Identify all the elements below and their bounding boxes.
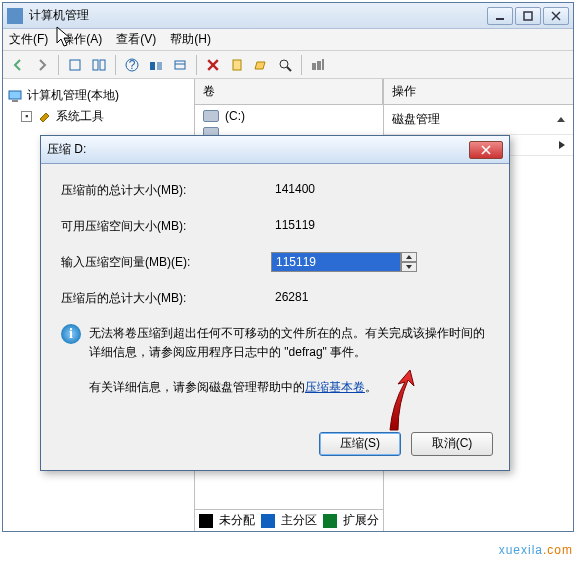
wm-a: xuexila [499,543,543,557]
minimize-button[interactable] [487,7,513,25]
tb-btn-4[interactable] [145,54,167,76]
svg-rect-11 [175,61,185,69]
window-buttons [487,7,569,25]
label-total-before: 压缩前的总计大小(MB): [61,182,271,199]
value-total-before: 141400 [271,180,401,200]
tb-btn-1[interactable] [64,54,86,76]
volume-row-c[interactable]: (C:) [195,107,383,125]
info-row-2: 有关详细信息，请参阅磁盘管理帮助中的压缩基本卷。 [89,378,489,397]
legend-ext-swatch [323,514,337,528]
row-shrink-amount: 输入压缩空间量(MB)(E): 115119 [61,252,489,272]
app-icon [7,8,23,24]
dialog-close-button[interactable] [469,141,503,159]
actions-header: 操作 [384,79,573,105]
dialog-title: 压缩 D: [47,141,469,158]
watermark: xuexila.com [499,538,573,559]
svg-rect-22 [12,100,18,102]
tb-btn-8[interactable] [250,54,272,76]
label-total-after: 压缩后的总计大小(MB): [61,290,271,307]
row-available: 可用压缩空间大小(MB): 115119 [61,216,489,236]
collapse-icon[interactable]: ▪ [21,111,32,122]
spinner-up-button[interactable] [401,252,417,262]
vol-header-label[interactable]: 卷 [195,79,383,104]
info-text-1: 无法将卷压缩到超出任何不可移动的文件所在的点。有关完成该操作时间的详细信息，请参… [89,324,489,362]
nav-fwd-button[interactable] [31,54,53,76]
svg-rect-19 [317,61,321,70]
toolbar: ? [3,51,573,79]
row-total-after: 压缩后的总计大小(MB): 26281 [61,288,489,308]
tree-root-label: 计算机管理(本地) [27,87,119,104]
tree-root[interactable]: 计算机管理(本地) [7,85,190,106]
menu-action[interactable]: 操作(A) [62,31,102,48]
row-total-before: 压缩前的总计大小(MB): 141400 [61,180,489,200]
shrink-dialog: 压缩 D: 压缩前的总计大小(MB): 141400 可用压缩空间大小(MB):… [40,135,510,471]
menu-help[interactable]: 帮助(H) [170,31,211,48]
actions-diskmgmt[interactable]: 磁盘管理 [384,105,573,135]
chevron-up-icon [557,117,565,122]
tb-btn-5[interactable] [169,54,191,76]
svg-rect-6 [100,60,105,70]
value-available: 115119 [271,216,401,236]
dialog-body: 压缩前的总计大小(MB): 141400 可用压缩空间大小(MB): 11511… [41,164,509,424]
svg-rect-1 [524,12,532,20]
svg-rect-18 [312,63,316,70]
tree-systools-label: 系统工具 [56,108,104,125]
label-available: 可用压缩空间大小(MB): [61,218,271,235]
spinner-down-button[interactable] [401,262,417,272]
svg-rect-5 [93,60,98,70]
info2-suffix: 。 [365,380,377,394]
window-title: 计算机管理 [29,7,487,24]
info-icon: i [61,324,81,344]
svg-rect-4 [70,60,80,70]
dialog-buttons: 压缩(S) 取消(C) [41,424,509,470]
legend-unalloc-label: 未分配 [219,512,255,529]
wm-b: .com [543,543,573,557]
tb-delete-button[interactable] [202,54,224,76]
titlebar: 计算机管理 [3,3,573,29]
info-text-2: 有关详细信息，请参阅磁盘管理帮助中的压缩基本卷。 [89,378,489,397]
legend-ext-label: 扩展分 [343,512,379,529]
volume-list-header: 卷 [195,79,383,105]
svg-text:?: ? [129,58,136,72]
shrink-button[interactable]: 压缩(S) [319,432,401,456]
wrench-icon [36,109,52,125]
legend-bar: 未分配 主分区 扩展分 [195,509,383,531]
nav-back-button[interactable] [7,54,29,76]
help-link[interactable]: 压缩基本卷 [305,380,365,394]
legend-primary-label: 主分区 [281,512,317,529]
cancel-button[interactable]: 取消(C) [411,432,493,456]
svg-point-16 [280,60,288,68]
computer-icon [7,88,23,104]
tb-btn-2[interactable] [88,54,110,76]
svg-rect-10 [157,62,162,70]
tree-systools[interactable]: ▪ 系统工具 [7,106,190,127]
tb-props-button[interactable] [226,54,248,76]
menu-view[interactable]: 查看(V) [116,31,156,48]
tb-search-button[interactable] [274,54,296,76]
svg-line-17 [287,67,291,71]
tb-btn-10[interactable] [307,54,329,76]
legend-primary-swatch [261,514,275,528]
svg-rect-21 [9,91,21,99]
shrink-spinner [401,252,417,272]
svg-rect-9 [150,62,155,70]
dialog-titlebar: 压缩 D: [41,136,509,164]
chevron-right-icon [559,141,565,149]
menubar: 文件(F) 操作(A) 查看(V) 帮助(H) [3,29,573,51]
label-shrink-amount: 输入压缩空间量(MB)(E): [61,254,271,271]
value-total-after: 26281 [271,288,401,308]
info-row-1: i 无法将卷压缩到超出任何不可移动的文件所在的点。有关完成该操作时间的详细信息，… [61,324,489,362]
close-button[interactable] [543,7,569,25]
vol-c-label: (C:) [225,109,245,123]
actions-diskmgmt-label: 磁盘管理 [392,111,440,128]
svg-rect-15 [233,60,241,70]
legend-unalloc-swatch [199,514,213,528]
tb-help-button[interactable]: ? [121,54,143,76]
menu-file[interactable]: 文件(F) [9,31,48,48]
drive-icon [203,110,219,122]
info2-prefix: 有关详细信息，请参阅磁盘管理帮助中的 [89,380,305,394]
svg-rect-20 [322,59,324,70]
input-shrink-amount[interactable]: 115119 [271,252,401,272]
maximize-button[interactable] [515,7,541,25]
